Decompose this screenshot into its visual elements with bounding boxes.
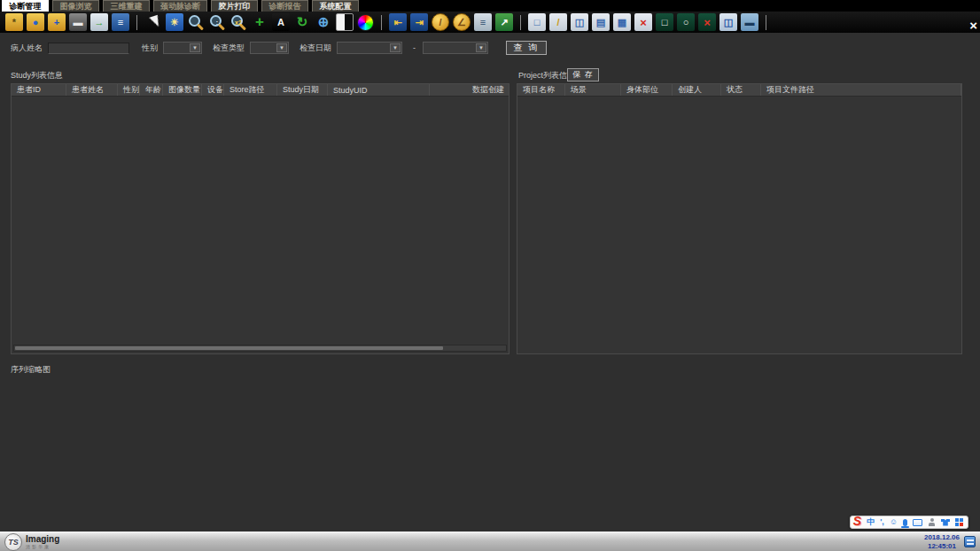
project-list-panel: 项目名称场景身体部位创建人状态项目文件路径 bbox=[517, 83, 962, 354]
measure-angle-icon[interactable]: ∠ bbox=[453, 13, 471, 31]
study-list-title: Study列表信息 bbox=[11, 70, 63, 81]
sogou-logo-icon[interactable]: S bbox=[853, 515, 861, 527]
column-header-study-date[interactable]: Study日期 bbox=[277, 84, 328, 96]
tab-diagnosis-management[interactable]: 诊断管理 bbox=[2, 0, 49, 12]
chevron-down-icon: ▼ bbox=[276, 43, 287, 52]
toolbar-separator bbox=[381, 15, 382, 30]
toolbar-separator bbox=[136, 15, 137, 30]
window-level-icon[interactable] bbox=[336, 13, 354, 31]
horizontal-scrollbar[interactable] bbox=[13, 345, 507, 352]
tab-carotid-diagnosis[interactable]: 颈动脉诊断 bbox=[153, 0, 207, 12]
clock-time: 12:45:01 bbox=[924, 542, 960, 551]
study-table-body[interactable] bbox=[12, 97, 509, 353]
fit-window-icon[interactable]: ⊕ bbox=[315, 13, 332, 31]
project-table-header: 项目名称场景身体部位创建人状态项目文件路径 bbox=[517, 84, 961, 97]
column-header-image-count[interactable]: 图像数量 bbox=[163, 84, 202, 96]
pan-icon[interactable]: + bbox=[251, 13, 268, 31]
import-study-icon[interactable]: → bbox=[90, 13, 108, 31]
patient-name-input[interactable] bbox=[48, 43, 129, 54]
column-header-project-file-path[interactable]: 项目文件路径 bbox=[761, 84, 961, 96]
exam-date-to-select[interactable]: ▼ bbox=[423, 42, 488, 54]
zoom-icon[interactable] bbox=[187, 13, 205, 31]
roi-rectangle-icon[interactable]: □ bbox=[656, 13, 673, 31]
column-header-age[interactable]: 年龄 bbox=[140, 84, 163, 96]
column-header-gender[interactable]: 性别 bbox=[118, 84, 140, 96]
zoom-region-icon[interactable]: : bbox=[208, 13, 226, 31]
punctuation-icon[interactable]: ', bbox=[880, 518, 884, 526]
chevron-down-icon: ▼ bbox=[390, 43, 401, 52]
open-local-folder-icon[interactable]: * bbox=[5, 13, 23, 31]
refresh-icon[interactable]: ↻ bbox=[293, 13, 311, 31]
column-header-data-created[interactable]: 数据创建 bbox=[466, 84, 509, 96]
bring-front-layer-icon[interactable]: ⇥ bbox=[410, 13, 428, 31]
measure-length-icon[interactable]: / bbox=[432, 13, 449, 31]
gender-select[interactable]: ▼ bbox=[163, 42, 202, 54]
open-remote-folder-icon[interactable]: ● bbox=[27, 13, 44, 31]
toolbar-separator bbox=[520, 15, 521, 30]
skin-icon[interactable] bbox=[941, 519, 950, 526]
language-bar-icon[interactable] bbox=[964, 536, 976, 547]
close-button[interactable]: × bbox=[969, 19, 977, 32]
tab-image-browse[interactable]: 图像浏览 bbox=[52, 0, 99, 12]
taskbar-branding: Imaging 清影华康 bbox=[26, 535, 59, 549]
main-toolbar: *●+▬→≡☀:x2+A↻⊕⇤⇥/∠≡↗□/◫▤▦×□○×◫▬ bbox=[0, 12, 980, 33]
emoji-icon[interactable]: ☺ bbox=[890, 518, 898, 526]
roi-delete-icon[interactable]: × bbox=[698, 13, 716, 31]
series-thumbnail-area bbox=[11, 376, 969, 528]
zoom-2x-icon[interactable]: x2 bbox=[229, 13, 247, 31]
text-annotation-icon[interactable]: A bbox=[272, 13, 290, 31]
layout-two-horizontal-icon[interactable]: ▤ bbox=[592, 13, 610, 31]
column-header-body-part[interactable]: 身体部位 bbox=[621, 84, 673, 96]
column-header-creator[interactable]: 创建人 bbox=[673, 84, 721, 96]
layout-two-vertical-icon[interactable]: ◫ bbox=[571, 13, 588, 31]
column-header-device[interactable]: 设备 bbox=[202, 84, 224, 96]
transfer-cine-icon[interactable]: ▬ bbox=[741, 13, 758, 31]
report-notes-icon[interactable]: ≡ bbox=[474, 13, 492, 31]
column-header-project-name[interactable]: 项目名称 bbox=[517, 84, 565, 96]
chevron-down-icon: ▼ bbox=[190, 43, 200, 52]
export-image-icon[interactable]: ↗ bbox=[495, 13, 513, 31]
database-manage-icon[interactable]: ≡ bbox=[112, 13, 129, 31]
taskbar: TS Imaging 清影华康 2018.12.06 12:45:01 bbox=[0, 532, 980, 551]
column-header-scene[interactable]: 场景 bbox=[565, 84, 621, 96]
system-clock[interactable]: 2018.12.06 12:45:01 bbox=[924, 533, 960, 550]
layout-grid-icon[interactable]: ▦ bbox=[613, 13, 631, 31]
column-header-status[interactable]: 状态 bbox=[721, 84, 761, 96]
clock-date: 2018.12.06 bbox=[924, 533, 960, 542]
toolbox-icon[interactable] bbox=[955, 518, 963, 526]
chinese-mode-icon[interactable]: 中 bbox=[867, 518, 875, 526]
tab-bar: 诊断管理图像浏览三维重建颈动脉诊断胶片打印诊断报告系统配置 bbox=[0, 0, 980, 12]
study-layout-icon[interactable]: ▬ bbox=[69, 13, 87, 31]
color-palette-icon[interactable] bbox=[357, 14, 374, 31]
project-table-body[interactable] bbox=[517, 97, 961, 353]
exam-type-select[interactable]: ▼ bbox=[250, 42, 289, 54]
column-header-patient-name[interactable]: 患者姓名 bbox=[66, 84, 118, 96]
window-image-icon[interactable]: ☀ bbox=[166, 13, 183, 31]
column-header-patient-id[interactable]: 患者ID bbox=[12, 84, 66, 96]
keyboard-icon[interactable] bbox=[913, 519, 922, 526]
scrollbar-thumb[interactable] bbox=[15, 346, 443, 350]
column-header-study-uid[interactable]: StudyUID bbox=[328, 84, 430, 96]
column-header-store-path[interactable]: Store路径 bbox=[224, 84, 277, 96]
exam-date-from-select[interactable]: ▼ bbox=[337, 42, 402, 54]
tab-film-print[interactable]: 胶片打印 bbox=[211, 0, 258, 12]
select-cursor-icon[interactable] bbox=[144, 13, 162, 31]
main-content: 病人姓名 性别 ▼ 检查类型 ▼ 检查日期 ▼ - ▼ 查 询 Study列表信… bbox=[0, 33, 980, 532]
tab-system-config[interactable]: 系统配置 bbox=[312, 0, 359, 12]
account-icon bbox=[928, 518, 936, 526]
layout-close-icon[interactable]: × bbox=[634, 13, 652, 31]
query-button[interactable]: 查 询 bbox=[506, 41, 547, 55]
mic-icon[interactable] bbox=[903, 519, 907, 526]
roi-ellipse-icon[interactable]: ○ bbox=[677, 13, 695, 31]
send-back-layer-icon[interactable]: ⇤ bbox=[389, 13, 407, 31]
add-folder-icon[interactable]: + bbox=[48, 13, 66, 31]
tab-diagnosis-report[interactable]: 诊断报告 bbox=[261, 0, 308, 12]
account-icon[interactable] bbox=[928, 518, 936, 526]
toolbar-separator bbox=[766, 15, 766, 30]
layout-dual-icon[interactable]: ◫ bbox=[719, 13, 737, 31]
layout-single-icon[interactable]: □ bbox=[528, 13, 546, 31]
save-button[interactable]: 保 存 bbox=[567, 68, 599, 81]
layout-edit-icon[interactable]: / bbox=[549, 13, 567, 31]
tab-3d-reconstruction[interactable]: 三维重建 bbox=[103, 0, 150, 12]
toolbox-icon bbox=[955, 518, 963, 526]
